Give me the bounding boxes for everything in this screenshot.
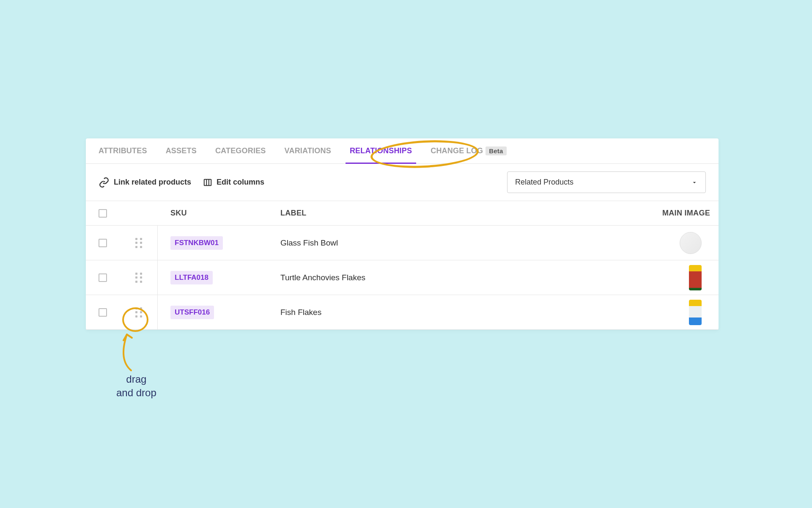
- product-thumbnail: [680, 232, 702, 254]
- tab-relationships[interactable]: RELATIONSHIPS: [350, 138, 412, 163]
- tab-attributes[interactable]: ATTRIBUTES: [99, 138, 147, 163]
- tab-categories[interactable]: CATEGORIES: [215, 138, 266, 163]
- annotation-text: drag and drop: [116, 373, 156, 400]
- column-header-main-image: MAIN IMAGE: [642, 209, 719, 218]
- annotation-line1: drag: [116, 373, 156, 386]
- toolbar: Link related products Edit columns Relat…: [86, 164, 719, 201]
- columns-icon: [203, 178, 212, 187]
- tab-bar: ATTRIBUTES ASSETS CATEGORIES VARIATIONS …: [86, 138, 719, 164]
- sku-badge[interactable]: LLTFA018: [170, 271, 213, 284]
- edit-columns-button[interactable]: Edit columns: [203, 178, 264, 187]
- product-label: Glass Fish Bowl: [280, 238, 642, 248]
- table-row: LLTFA018 Turtle Anchovies Flakes: [86, 260, 719, 295]
- tab-assets[interactable]: ASSETS: [166, 138, 197, 163]
- drag-handle-icon[interactable]: [135, 307, 143, 318]
- annotation-arrow-icon: [114, 330, 140, 373]
- sku-badge[interactable]: FSTNKBW01: [170, 236, 223, 250]
- drag-handle-icon[interactable]: [135, 237, 143, 248]
- product-label: Fish Flakes: [280, 308, 642, 317]
- link-icon: [99, 177, 110, 188]
- annotation-line2: and drop: [116, 386, 156, 400]
- product-panel: ATTRIBUTES ASSETS CATEGORIES VARIATIONS …: [86, 138, 719, 330]
- product-label: Turtle Anchovies Flakes: [280, 273, 642, 282]
- row-checkbox[interactable]: [99, 308, 107, 317]
- relationship-type-value: Related Products: [515, 178, 573, 187]
- tab-changelog[interactable]: CHANGE LOG Beta: [431, 138, 506, 163]
- table-row: FSTNKBW01 Glass Fish Bowl: [86, 226, 719, 260]
- edit-columns-label: Edit columns: [217, 178, 264, 187]
- related-products-table: SKU LABEL MAIN IMAGE FSTNKBW01 Glass Fis…: [86, 201, 719, 330]
- product-thumbnail: [689, 265, 702, 290]
- relationship-type-select[interactable]: Related Products: [507, 171, 706, 193]
- svg-rect-0: [204, 179, 211, 185]
- product-thumbnail: [689, 300, 702, 325]
- column-header-label: LABEL: [280, 209, 642, 218]
- beta-badge: Beta: [486, 146, 506, 155]
- column-header-sku: SKU: [158, 209, 280, 218]
- row-checkbox[interactable]: [99, 273, 107, 282]
- sku-badge[interactable]: UTSFF016: [170, 306, 214, 319]
- table-header: SKU LABEL MAIN IMAGE: [86, 201, 719, 226]
- tab-changelog-label: CHANGE LOG: [431, 146, 483, 155]
- table-row: UTSFF016 Fish Flakes: [86, 295, 719, 330]
- row-checkbox[interactable]: [99, 239, 107, 247]
- link-related-products-button[interactable]: Link related products: [99, 177, 191, 188]
- drag-handle-icon[interactable]: [135, 272, 143, 283]
- chevron-down-icon: [691, 179, 698, 186]
- select-all-checkbox[interactable]: [99, 209, 107, 218]
- tab-variations[interactable]: VARIATIONS: [285, 138, 331, 163]
- link-related-products-label: Link related products: [114, 178, 191, 187]
